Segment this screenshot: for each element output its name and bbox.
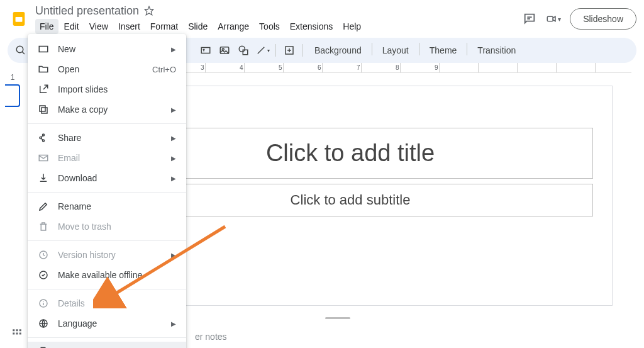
line-icon[interactable]: ▾ bbox=[254, 42, 270, 59]
document-title[interactable]: Untitled presentation bbox=[35, 4, 139, 18]
slide-number: 1 bbox=[11, 73, 15, 82]
ruler-tick: 9 bbox=[435, 64, 438, 71]
star-icon[interactable] bbox=[144, 6, 154, 16]
slide-thumbnail[interactable] bbox=[5, 84, 20, 107]
ruler-tick: 4 bbox=[240, 64, 243, 71]
menu-item-import-slides[interactable]: Import slides bbox=[28, 79, 186, 99]
svg-rect-22 bbox=[19, 329, 21, 331]
menu-item-share[interactable]: Share▶ bbox=[28, 128, 186, 148]
slides-logo[interactable] bbox=[8, 8, 30, 30]
slideshow-button[interactable]: Slideshow bbox=[570, 8, 636, 30]
menu-arrange[interactable]: Arrange bbox=[213, 19, 253, 34]
shape-icon[interactable] bbox=[235, 42, 252, 59]
menu-item-label: Language bbox=[58, 318, 162, 328]
submenu-arrow-icon: ▶ bbox=[171, 155, 176, 162]
slide-indicator bbox=[325, 317, 350, 319]
globe-icon bbox=[38, 318, 49, 329]
menu-item-language[interactable]: Language▶ bbox=[28, 313, 186, 334]
menu-item-make-available-offline[interactable]: Make available offline bbox=[28, 265, 186, 285]
search-icon[interactable] bbox=[13, 42, 29, 59]
menu-item-label: Move to trash bbox=[58, 222, 176, 232]
menu-item-make-a-copy[interactable]: Make a copy▶ bbox=[28, 99, 186, 120]
menu-edit[interactable]: Edit bbox=[60, 19, 84, 34]
menu-format[interactable]: Format bbox=[146, 19, 182, 34]
menu-item-new[interactable]: New▶ bbox=[28, 39, 186, 59]
menu-item-rename[interactable]: Rename bbox=[28, 196, 186, 216]
menu-file[interactable]: File bbox=[35, 19, 58, 34]
new-slide-icon[interactable] bbox=[281, 42, 297, 59]
svg-line-8 bbox=[22, 52, 25, 54]
svg-point-7 bbox=[16, 46, 23, 53]
share-icon bbox=[38, 132, 49, 143]
submenu-arrow-icon: ▶ bbox=[171, 106, 176, 113]
menu-view[interactable]: View bbox=[85, 19, 113, 34]
menu-extensions[interactable]: Extensions bbox=[286, 19, 337, 34]
menu-item-label: Rename bbox=[58, 201, 176, 211]
toolbar-theme[interactable]: Theme bbox=[423, 43, 464, 58]
ruler-tick: 6 bbox=[318, 64, 321, 71]
toolbar-transition[interactable]: Transition bbox=[471, 43, 522, 58]
submenu-arrow-icon: ▶ bbox=[171, 175, 176, 182]
import-icon bbox=[38, 84, 49, 95]
svg-rect-21 bbox=[16, 329, 18, 331]
submenu-arrow-icon: ▶ bbox=[171, 320, 176, 327]
offline-icon bbox=[38, 269, 49, 281]
textbox-icon[interactable] bbox=[197, 42, 214, 59]
download-icon bbox=[38, 172, 49, 184]
toolbar-layout[interactable]: Layout bbox=[376, 43, 415, 58]
menu-separator bbox=[28, 192, 186, 193]
menu-item-email: Email▶ bbox=[28, 148, 186, 168]
ruler-tick: 3 bbox=[201, 64, 204, 71]
svg-rect-26 bbox=[39, 47, 48, 52]
menu-item-move-to-trash: Move to trash bbox=[28, 216, 186, 237]
svg-rect-5 bbox=[547, 16, 553, 21]
menu-tools[interactable]: Tools bbox=[255, 19, 284, 34]
svg-marker-6 bbox=[553, 16, 555, 21]
svg-line-16 bbox=[257, 47, 264, 54]
menu-item-label: New bbox=[58, 44, 162, 54]
menu-bar: FileEditViewInsertFormatSlideArrangeTool… bbox=[35, 19, 522, 34]
toolbar-background[interactable]: Background bbox=[308, 43, 368, 58]
video-call-icon[interactable]: ▾ bbox=[546, 11, 561, 26]
comments-icon[interactable] bbox=[522, 11, 537, 26]
svg-rect-23 bbox=[13, 333, 14, 335]
rename-icon bbox=[38, 201, 49, 212]
svg-point-14 bbox=[239, 46, 245, 52]
history-icon bbox=[38, 249, 49, 261]
folder-icon bbox=[38, 64, 49, 75]
svg-rect-9 bbox=[201, 48, 210, 53]
email-icon bbox=[38, 152, 49, 164]
menu-item-label: Make available offline bbox=[58, 270, 176, 280]
menu-item-label: Version history bbox=[58, 250, 162, 260]
menu-item-download[interactable]: Download▶ bbox=[28, 168, 186, 188]
svg-rect-20 bbox=[13, 329, 14, 331]
svg-marker-2 bbox=[145, 6, 153, 14]
grid-view-icon[interactable] bbox=[11, 328, 23, 342]
slide-panel: 1 bbox=[0, 63, 25, 348]
menu-item-details: Details bbox=[28, 293, 186, 313]
trash-icon bbox=[38, 221, 49, 232]
svg-rect-15 bbox=[243, 50, 248, 55]
rect-icon bbox=[38, 43, 49, 55]
ruler-tick: 8 bbox=[396, 64, 399, 71]
svg-rect-1 bbox=[16, 17, 23, 22]
menu-item-label: Details bbox=[58, 298, 176, 308]
speaker-notes[interactable]: er notes bbox=[195, 332, 227, 342]
ruler-tick: 7 bbox=[357, 64, 360, 71]
app-header: Untitled presentation FileEditViewInsert… bbox=[0, 0, 644, 34]
menu-item-page-setup[interactable]: Page setup bbox=[28, 342, 186, 348]
menu-slide[interactable]: Slide bbox=[184, 19, 212, 34]
info-icon bbox=[38, 298, 49, 309]
menu-shortcut: Ctrl+O bbox=[152, 65, 176, 74]
menu-help[interactable]: Help bbox=[338, 19, 365, 34]
svg-rect-28 bbox=[40, 106, 45, 111]
menu-item-open[interactable]: OpenCtrl+O bbox=[28, 59, 186, 79]
menu-item-label: Share bbox=[58, 133, 162, 143]
submenu-arrow-icon: ▶ bbox=[171, 252, 176, 259]
submenu-arrow-icon: ▶ bbox=[171, 46, 176, 53]
menu-insert[interactable]: Insert bbox=[114, 19, 145, 34]
menu-item-version-history: Version history▶ bbox=[28, 245, 186, 265]
menu-separator bbox=[28, 337, 186, 338]
menu-item-label: Import slides bbox=[58, 84, 176, 94]
image-icon[interactable] bbox=[216, 42, 233, 59]
